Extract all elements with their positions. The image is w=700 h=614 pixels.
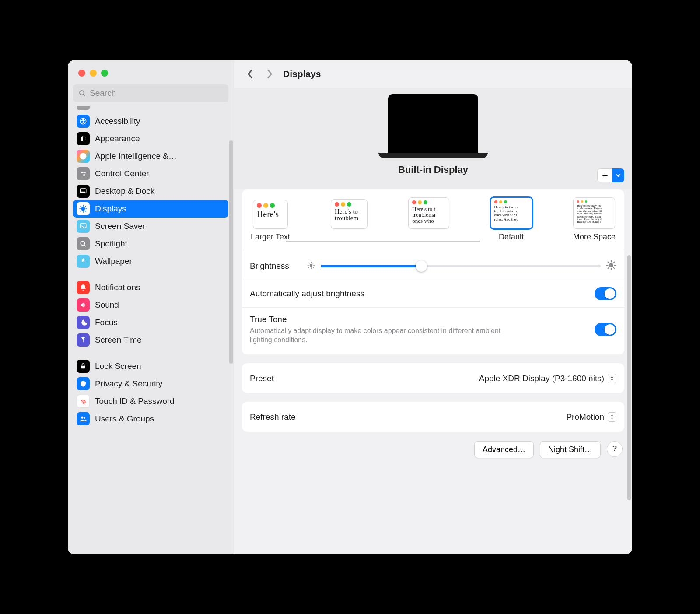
svg-line-1 [83,94,85,96]
users-icon [77,412,90,425]
svg-line-32 [308,263,309,263]
sidebar-item-privacy-security[interactable]: Privacy & Security [73,375,228,393]
close-icon[interactable] [78,70,85,77]
forward-button[interactable] [264,67,275,81]
night-shift-button[interactable]: Night Shift… [540,441,601,458]
scale-thumb[interactable]: Here's to t troublema ones who [408,197,449,229]
sidebar-item-appearance[interactable]: Appearance [73,130,228,147]
sidebar-item-apple-intelligence[interactable]: Apple Intelligence &… [73,147,228,165]
sidebar-item-label: Touch ID & Password [95,396,175,406]
svg-line-41 [608,262,609,263]
svg-point-25 [81,416,83,418]
auto-brightness-toggle[interactable] [595,287,616,300]
updown-icon: ▲▼ [608,412,616,422]
sidebar-item-sound[interactable]: Sound [73,296,228,314]
wall-icon [77,255,90,268]
cc-icon [77,167,90,180]
sidebar-item-desktop-dock[interactable]: Desktop & Dock [73,182,228,200]
help-button[interactable]: ? [607,441,623,457]
refresh-panel: Refresh rate ProMotion ▲▼ [242,402,624,432]
sidebar-item-label: General [95,106,125,109]
search-input[interactable] [90,88,223,98]
svg-point-12 [81,207,85,210]
preset-value: Apple XDR Display (P3-1600 nits) [479,374,604,383]
sidebar-item-focus[interactable]: Focus [73,314,228,331]
svg-line-44 [613,262,614,263]
brightness-panel: Brightness A [242,249,624,354]
device-name: Built-in Display [398,164,468,175]
svg-point-27 [309,263,312,267]
back-button[interactable] [245,67,256,81]
scale-option-2[interactable]: Here's to t troublema ones who [408,197,449,242]
scale-option-4[interactable]: Here's to the crazy one troublemakers. T… [573,197,616,242]
scale-snippet: Here's to t troublema ones who [412,206,445,224]
brightness-slider[interactable] [321,265,601,267]
sidebar-item-wallpaper[interactable]: Wallpaper [73,253,228,270]
sidebar-item-displays[interactable]: Displays [73,200,228,218]
scale-label: More Space [573,232,616,242]
minimize-icon[interactable] [90,70,97,77]
stime-icon [77,333,90,347]
access-icon [77,115,90,128]
zoom-icon[interactable] [101,70,108,77]
auto-brightness-label: Automatically adjust brightness [250,289,364,298]
sidebar-item-label: Screen Saver [95,221,145,231]
svg-line-34 [308,267,309,267]
scale-thumb[interactable]: Here's [253,200,288,229]
sun-bright-icon [606,260,616,273]
add-display-button[interactable]: ＋ [597,168,612,182]
scale-option-3[interactable]: Here's to the cr troublemakers. ones who… [490,197,532,242]
scale-option-0[interactable]: Here'sLarger Text [251,200,290,242]
settings-window: GeneralAccessibilityAppearanceApple Inte… [68,60,632,554]
svg-rect-24 [81,365,85,368]
sidebar-item-notifications[interactable]: Notifications [73,279,228,296]
sidebar-item-accessibility[interactable]: Accessibility [73,112,228,130]
sidebar-scrollbar[interactable] [229,140,233,364]
slider-knob[interactable] [416,260,427,272]
scale-thumb[interactable]: Here's to the cr troublemakers. ones who… [490,197,532,229]
sidebar-item-screen-saver[interactable]: Screen Saver [73,218,228,235]
sidebar-item-touch-id-password[interactable]: Touch ID & Password [73,393,228,410]
content-scrollbar[interactable] [627,255,631,500]
brightness-row: Brightness [242,253,624,280]
sidebar: GeneralAccessibilityAppearanceApple Inte… [68,60,234,554]
sidebar-item-label: Focus [95,318,118,327]
true-tone-label: True Tone [250,315,514,324]
sidebar-item-label: Desktop & Dock [95,186,154,196]
window-controls [68,63,234,83]
svg-line-17 [80,206,81,207]
sidebar-item-general[interactable]: General [73,106,228,112]
sidebar-item-label: Accessibility [95,116,140,126]
true-tone-toggle[interactable] [595,323,616,336]
scale-thumb[interactable]: Here's to the crazy one troublemakers. T… [573,197,615,229]
search-field[interactable] [73,84,228,102]
titlebar: Displays [234,60,632,88]
touchid-icon [77,395,90,408]
scale-label: Default [499,232,524,242]
scale-snippet: Here's [257,210,284,219]
sidebar-item-users-groups[interactable]: Users & Groups [73,410,228,428]
sidebar-item-screen-time[interactable]: Screen Time [73,331,228,349]
laptop-icon [388,94,478,153]
svg-point-9 [84,174,85,175]
device-preview: Built-in Display ＋ [234,88,632,189]
advanced-button[interactable]: Advanced… [474,441,534,458]
search-icon [78,89,86,97]
content: Built-in Display ＋ Here'sLarger TextHere… [234,88,632,554]
refresh-row[interactable]: Refresh rate ProMotion ▲▼ [242,405,624,429]
sidebar-item-label: Appearance [95,134,140,144]
true-tone-description: Automatically adapt display to make colo… [250,326,514,345]
sun-dim-icon [307,261,315,272]
sidebar-item-label: Spotlight [95,239,127,249]
scale-thumb[interactable]: Here's to troublem [331,199,368,229]
add-display-menu-button[interactable] [612,168,624,182]
scale-option-1[interactable]: Here's to troublem [331,199,368,242]
svg-line-20 [85,206,86,207]
sidebar-item-lock-screen[interactable]: Lock Screen [73,358,228,375]
main-pane: Displays Built-in Display ＋ Here'sLarger… [234,60,632,554]
scale-divider [242,247,624,249]
scale-label [348,232,350,242]
sidebar-item-spotlight[interactable]: Spotlight [73,235,228,253]
sidebar-item-control-center[interactable]: Control Center [73,165,228,182]
preset-row[interactable]: Preset Apple XDR Display (P3-1600 nits) … [242,367,624,390]
